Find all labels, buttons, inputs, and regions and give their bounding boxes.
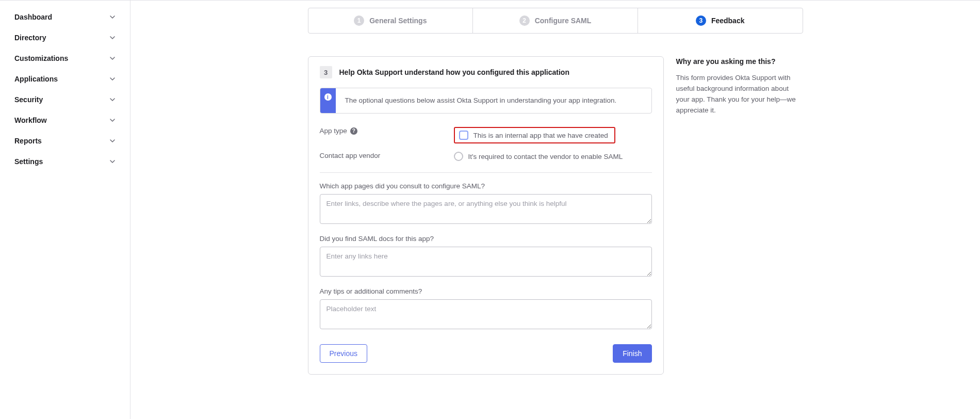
step-number: 3 — [696, 15, 706, 26]
chevron-down-icon — [109, 55, 116, 61]
contact-vendor-label: Contact app vendor — [320, 152, 454, 159]
step-number: 2 — [519, 15, 530, 26]
chevron-down-icon — [109, 35, 116, 41]
sidebar-item-customizations[interactable]: Customizations — [0, 48, 130, 69]
panel-title: Help Okta Support understand how you con… — [339, 68, 569, 76]
callout-text: The optional questions below assist Okta… — [336, 88, 626, 113]
chevron-down-icon — [109, 158, 116, 165]
help-icon[interactable]: ? — [350, 127, 357, 135]
sidebar-item-label: Applications — [14, 75, 58, 83]
sidebar-item-settings[interactable]: Settings — [0, 151, 130, 172]
step-label: General Settings — [369, 17, 427, 25]
sidebar-item-applications[interactable]: Applications — [0, 69, 130, 89]
contact-vendor-option-text: It's required to contact the vendor to e… — [468, 153, 623, 160]
info-callout: i The optional questions below assist Ok… — [320, 88, 652, 114]
sidebar-item-label: Directory — [14, 34, 46, 42]
callout-accent: i — [320, 88, 336, 113]
step-configure-saml[interactable]: 2 Configure SAML — [473, 8, 638, 33]
sidebar-item-reports[interactable]: Reports — [0, 131, 130, 151]
help-aside: Why are you asking me this? This form pr… — [676, 56, 803, 116]
finish-button[interactable]: Finish — [613, 344, 651, 363]
aside-title: Why are you asking me this? — [676, 57, 799, 66]
sidebar-item-label: Dashboard — [14, 13, 52, 21]
question-label: Did you find SAML docs for this app? — [320, 235, 652, 243]
chevron-down-icon — [109, 138, 116, 144]
question-label: Any tips or additional comments? — [320, 287, 652, 295]
question-saml-docs: Did you find SAML docs for this app? — [320, 235, 652, 278]
app-type-label: App type ? — [320, 127, 454, 135]
sidebar-item-label: Reports — [14, 137, 42, 145]
step-number: 1 — [354, 15, 364, 26]
chevron-down-icon — [109, 117, 116, 123]
sidebar-item-label: Settings — [14, 157, 43, 166]
question-tips: Any tips or additional comments? — [320, 287, 652, 331]
sidebar-item-security[interactable]: Security — [0, 89, 130, 110]
aside-body: This form provides Okta Support with use… — [676, 73, 799, 116]
sidebar: Dashboard Directory Customizations Appli… — [0, 1, 130, 419]
divider — [320, 172, 652, 173]
contact-vendor-checkbox[interactable] — [454, 152, 463, 161]
chevron-down-icon — [109, 76, 116, 82]
app-pages-textarea[interactable] — [320, 194, 652, 224]
sidebar-item-label: Security — [14, 95, 43, 104]
sidebar-item-dashboard[interactable]: Dashboard — [0, 7, 130, 27]
app-type-option-text: This is an internal app that we have cre… — [473, 132, 608, 139]
sidebar-item-directory[interactable]: Directory — [0, 27, 130, 48]
step-label: Feedback — [711, 17, 745, 25]
sidebar-item-workflow[interactable]: Workflow — [0, 110, 130, 131]
step-feedback[interactable]: 3 Feedback — [638, 8, 803, 33]
feedback-panel: 3 Help Okta Support understand how you c… — [308, 56, 664, 375]
main-content: 1 General Settings 2 Configure SAML 3 Fe… — [130, 1, 980, 419]
step-label: Configure SAML — [535, 17, 592, 25]
question-label: Which app pages did you consult to confi… — [320, 182, 652, 190]
chevron-down-icon — [109, 14, 116, 20]
info-icon: i — [324, 93, 332, 101]
app-type-row: App type ? This is an internal app that … — [320, 123, 652, 148]
panel-header: 3 Help Okta Support understand how you c… — [320, 66, 652, 78]
sidebar-item-label: Workflow — [14, 116, 47, 124]
step-general-settings[interactable]: 1 General Settings — [308, 8, 473, 33]
stepper: 1 General Settings 2 Configure SAML 3 Fe… — [308, 8, 803, 34]
app-type-checkbox[interactable] — [459, 131, 468, 140]
question-app-pages: Which app pages did you consult to confi… — [320, 182, 652, 225]
label-text: App type — [320, 127, 347, 135]
panel-footer: Previous Finish — [320, 344, 652, 363]
sidebar-item-label: Customizations — [14, 54, 68, 62]
panel-step-number: 3 — [320, 66, 332, 78]
app-type-highlight: This is an internal app that we have cre… — [454, 127, 615, 143]
previous-button[interactable]: Previous — [320, 344, 367, 363]
saml-docs-textarea[interactable] — [320, 247, 652, 277]
tips-textarea[interactable] — [320, 299, 652, 329]
contact-vendor-row: Contact app vendor It's required to cont… — [320, 148, 652, 165]
chevron-down-icon — [109, 96, 116, 103]
